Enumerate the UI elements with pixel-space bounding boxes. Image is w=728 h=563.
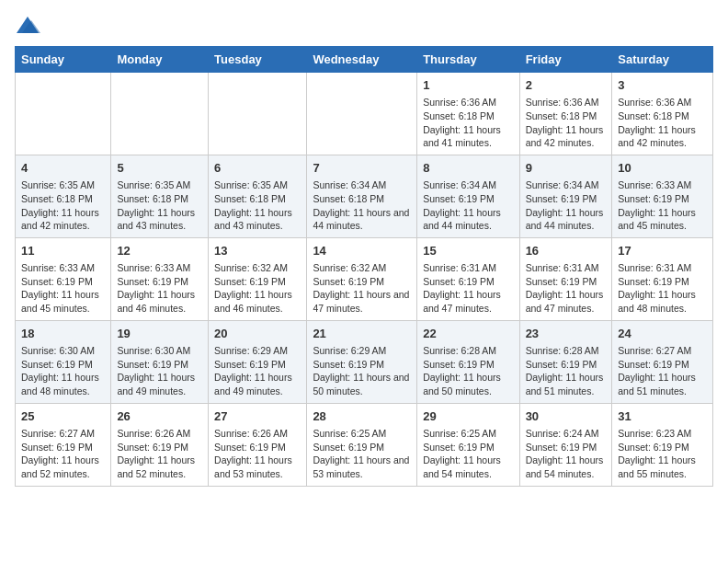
day-number: 28 <box>313 408 411 425</box>
day-number: 10 <box>618 160 707 177</box>
day-cell: 16Sunrise: 6:31 AMSunset: 6:19 PMDayligh… <box>519 237 612 320</box>
day-number: 17 <box>618 243 707 259</box>
day-cell: 26Sunrise: 6:26 AMSunset: 6:19 PMDayligh… <box>111 403 209 486</box>
day-number: 6 <box>214 160 301 177</box>
day-info: Sunrise: 6:24 AMSunset: 6:19 PMDaylight:… <box>526 427 607 481</box>
day-number: 24 <box>618 326 707 342</box>
day-cell: 24Sunrise: 6:27 AMSunset: 6:19 PMDayligh… <box>612 320 713 403</box>
day-info: Sunrise: 6:23 AMSunset: 6:19 PMDaylight:… <box>618 427 707 481</box>
day-cell: 15Sunrise: 6:31 AMSunset: 6:19 PMDayligh… <box>417 237 519 320</box>
day-info: Sunrise: 6:35 AMSunset: 6:18 PMDaylight:… <box>21 178 105 233</box>
day-info: Sunrise: 6:33 AMSunset: 6:19 PMDaylight:… <box>21 261 105 316</box>
day-number: 19 <box>117 326 202 342</box>
day-cell: 9Sunrise: 6:34 AMSunset: 6:19 PMDaylight… <box>519 155 612 237</box>
day-cell: 8Sunrise: 6:34 AMSunset: 6:19 PMDaylight… <box>417 155 519 237</box>
day-number: 11 <box>21 243 105 259</box>
day-number: 23 <box>526 326 607 342</box>
week-row-2: 4Sunrise: 6:35 AMSunset: 6:18 PMDaylight… <box>16 155 713 237</box>
day-cell: 6Sunrise: 6:35 AMSunset: 6:18 PMDaylight… <box>209 155 307 237</box>
day-cell: 1Sunrise: 6:36 AMSunset: 6:18 PMDaylight… <box>417 73 519 155</box>
day-cell: 23Sunrise: 6:28 AMSunset: 6:19 PMDayligh… <box>519 320 612 403</box>
day-number: 22 <box>423 326 513 342</box>
day-number: 25 <box>21 408 105 425</box>
day-info: Sunrise: 6:29 AMSunset: 6:19 PMDaylight:… <box>214 344 301 398</box>
day-info: Sunrise: 6:33 AMSunset: 6:19 PMDaylight:… <box>117 261 202 316</box>
day-number: 4 <box>21 160 105 177</box>
day-cell: 12Sunrise: 6:33 AMSunset: 6:19 PMDayligh… <box>111 237 209 320</box>
header-day-monday: Monday <box>111 47 209 73</box>
day-info: Sunrise: 6:31 AMSunset: 6:19 PMDaylight:… <box>526 261 607 316</box>
day-cell: 31Sunrise: 6:23 AMSunset: 6:19 PMDayligh… <box>612 403 713 486</box>
day-info: Sunrise: 6:25 AMSunset: 6:19 PMDaylight:… <box>423 427 513 481</box>
day-cell: 14Sunrise: 6:32 AMSunset: 6:19 PMDayligh… <box>307 237 417 320</box>
day-info: Sunrise: 6:32 AMSunset: 6:19 PMDaylight:… <box>214 261 301 316</box>
day-cell: 2Sunrise: 6:36 AMSunset: 6:18 PMDaylight… <box>519 73 612 155</box>
day-cell <box>209 73 307 155</box>
day-cell: 17Sunrise: 6:31 AMSunset: 6:19 PMDayligh… <box>612 237 713 320</box>
logo <box>15 15 44 35</box>
day-cell: 18Sunrise: 6:30 AMSunset: 6:19 PMDayligh… <box>16 320 111 403</box>
day-cell: 4Sunrise: 6:35 AMSunset: 6:18 PMDaylight… <box>16 155 111 237</box>
day-info: Sunrise: 6:36 AMSunset: 6:18 PMDaylight:… <box>526 96 607 150</box>
day-number: 21 <box>313 326 411 342</box>
day-number: 18 <box>21 326 105 342</box>
day-info: Sunrise: 6:28 AMSunset: 6:19 PMDaylight:… <box>423 344 513 398</box>
header-day-sunday: Sunday <box>16 47 111 73</box>
day-info: Sunrise: 6:32 AMSunset: 6:19 PMDaylight:… <box>313 261 411 316</box>
header-row: SundayMondayTuesdayWednesdayThursdayFrid… <box>16 47 713 73</box>
week-row-3: 11Sunrise: 6:33 AMSunset: 6:19 PMDayligh… <box>16 237 713 320</box>
day-number: 20 <box>214 326 301 342</box>
day-number: 3 <box>618 77 707 94</box>
day-number: 16 <box>526 243 607 259</box>
day-info: Sunrise: 6:28 AMSunset: 6:19 PMDaylight:… <box>526 344 607 398</box>
day-number: 1 <box>423 77 513 94</box>
day-info: Sunrise: 6:35 AMSunset: 6:18 PMDaylight:… <box>117 178 202 233</box>
day-info: Sunrise: 6:25 AMSunset: 6:19 PMDaylight:… <box>313 427 411 481</box>
day-cell: 19Sunrise: 6:30 AMSunset: 6:19 PMDayligh… <box>111 320 209 403</box>
day-info: Sunrise: 6:30 AMSunset: 6:19 PMDaylight:… <box>117 344 202 398</box>
day-cell: 10Sunrise: 6:33 AMSunset: 6:19 PMDayligh… <box>612 155 713 237</box>
day-info: Sunrise: 6:35 AMSunset: 6:18 PMDaylight:… <box>214 178 301 233</box>
day-info: Sunrise: 6:36 AMSunset: 6:18 PMDaylight:… <box>423 96 513 150</box>
day-number: 7 <box>313 160 411 177</box>
header-day-saturday: Saturday <box>612 47 713 73</box>
day-number: 26 <box>117 408 202 425</box>
day-info: Sunrise: 6:26 AMSunset: 6:19 PMDaylight:… <box>117 427 202 481</box>
week-row-1: 1Sunrise: 6:36 AMSunset: 6:18 PMDaylight… <box>16 73 713 155</box>
day-cell: 29Sunrise: 6:25 AMSunset: 6:19 PMDayligh… <box>417 403 519 486</box>
day-info: Sunrise: 6:30 AMSunset: 6:19 PMDaylight:… <box>21 344 105 398</box>
day-number: 13 <box>214 243 301 259</box>
day-info: Sunrise: 6:34 AMSunset: 6:19 PMDaylight:… <box>423 178 513 233</box>
day-number: 15 <box>423 243 513 259</box>
day-cell: 11Sunrise: 6:33 AMSunset: 6:19 PMDayligh… <box>16 237 111 320</box>
day-info: Sunrise: 6:26 AMSunset: 6:19 PMDaylight:… <box>214 427 301 481</box>
day-info: Sunrise: 6:29 AMSunset: 6:19 PMDaylight:… <box>313 344 411 398</box>
day-number: 27 <box>214 408 301 425</box>
day-cell: 5Sunrise: 6:35 AMSunset: 6:18 PMDaylight… <box>111 155 209 237</box>
week-row-5: 25Sunrise: 6:27 AMSunset: 6:19 PMDayligh… <box>16 403 713 486</box>
header-day-thursday: Thursday <box>417 47 519 73</box>
week-row-4: 18Sunrise: 6:30 AMSunset: 6:19 PMDayligh… <box>16 320 713 403</box>
day-number: 29 <box>423 408 513 425</box>
day-cell: 20Sunrise: 6:29 AMSunset: 6:19 PMDayligh… <box>209 320 307 403</box>
day-number: 30 <box>526 408 607 425</box>
day-cell: 25Sunrise: 6:27 AMSunset: 6:19 PMDayligh… <box>16 403 111 486</box>
header-day-friday: Friday <box>519 47 612 73</box>
day-number: 12 <box>117 243 202 259</box>
day-cell: 7Sunrise: 6:34 AMSunset: 6:18 PMDaylight… <box>307 155 417 237</box>
day-info: Sunrise: 6:33 AMSunset: 6:19 PMDaylight:… <box>618 178 707 233</box>
day-cell <box>307 73 417 155</box>
day-info: Sunrise: 6:34 AMSunset: 6:19 PMDaylight:… <box>526 178 607 233</box>
day-number: 31 <box>618 408 707 425</box>
day-number: 2 <box>526 77 607 94</box>
day-cell: 28Sunrise: 6:25 AMSunset: 6:19 PMDayligh… <box>307 403 417 486</box>
day-info: Sunrise: 6:31 AMSunset: 6:19 PMDaylight:… <box>423 261 513 316</box>
day-number: 8 <box>423 160 513 177</box>
day-info: Sunrise: 6:27 AMSunset: 6:19 PMDaylight:… <box>21 427 105 481</box>
header-day-tuesday: Tuesday <box>209 47 307 73</box>
day-number: 9 <box>526 160 607 177</box>
day-info: Sunrise: 6:34 AMSunset: 6:18 PMDaylight:… <box>313 178 411 233</box>
day-info: Sunrise: 6:36 AMSunset: 6:18 PMDaylight:… <box>618 96 707 150</box>
day-cell: 3Sunrise: 6:36 AMSunset: 6:18 PMDaylight… <box>612 73 713 155</box>
day-cell: 13Sunrise: 6:32 AMSunset: 6:19 PMDayligh… <box>209 237 307 320</box>
